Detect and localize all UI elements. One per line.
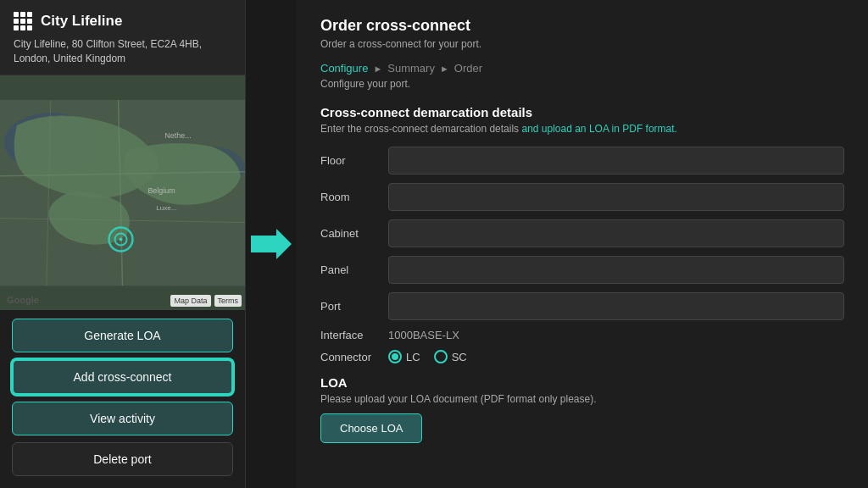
map-footer: Map Data Terms [170,295,242,307]
port-input[interactable] [388,292,844,320]
floor-row: Floor [320,147,844,175]
room-label: Room [320,191,388,203]
interface-row: Interface 1000BASE-LX [320,329,844,341]
section-desc-link[interactable]: and upload an LOA in PDF format. [521,123,676,135]
connector-lc[interactable]: LC [388,350,420,363]
map-svg: Nethe... Belgium Luxe... [0,75,245,310]
add-cross-connect-button[interactable]: Add cross-connect [12,359,233,395]
generate-loa-button[interactable]: Generate LOA [12,319,233,352]
floor-input[interactable] [388,147,844,175]
connector-lc-radio[interactable] [388,350,402,363]
map-data-badge: Map Data [170,295,210,307]
connector-sc-label: SC [452,351,467,363]
delete-port-button[interactable]: Delete port [12,442,233,476]
arrow-icon [251,229,292,259]
cabinet-row: Cabinet [320,219,844,247]
step-description: Configure your port. [320,78,844,90]
room-input[interactable] [388,183,844,211]
map-area: Nethe... Belgium Luxe... Google Map Data… [0,75,245,310]
svg-text:Luxe...: Luxe... [156,203,176,211]
section-title: Cross-connect demarcation details [320,105,844,119]
svg-text:Belgium: Belgium [147,186,175,194]
panel-input[interactable] [388,256,844,284]
breadcrumb-order: Order [454,62,482,75]
connector-label: Connector [320,351,388,363]
connector-lc-label: LC [406,351,420,363]
loa-description: Please upload your LOA document (PDF for… [320,393,844,405]
page-title: Order cross-connect [320,17,844,35]
google-label: Google [7,295,39,305]
room-row: Room [320,183,844,211]
loa-section: LOA Please upload your LOA document (PDF… [320,375,844,443]
grid-icon [14,12,32,30]
port-row: Port [320,292,844,320]
connector-sc[interactable]: SC [434,350,467,363]
connector-sc-radio[interactable] [434,350,448,363]
right-panel: Order cross-connect Order a cross-connec… [297,0,868,488]
choose-loa-button[interactable]: Choose LOA [320,413,422,443]
facility-title: City Lifeline [14,12,231,30]
breadcrumb-chevron-2: ► [440,64,449,74]
breadcrumb-chevron-1: ► [373,64,382,74]
connector-row: Connector LC SC [320,350,844,363]
view-activity-button[interactable]: View activity [12,402,233,435]
breadcrumb-configure[interactable]: Configure [320,62,368,75]
cabinet-label: Cabinet [320,227,388,240]
connector-radio-group: LC SC [388,350,467,363]
panel-row: Panel [320,256,844,284]
page-subtitle: Order a cross-connect for your port. [320,38,844,50]
facility-name: City Lifeline [41,13,122,30]
section-desc-text: Enter the cross-connect demarcation deta… [320,123,519,135]
arrow-container [246,0,297,488]
floor-label: Floor [320,154,388,167]
interface-value: 1000BASE-LX [388,329,459,341]
svg-point-12 [120,237,123,241]
section-description: Enter the cross-connect demarcation deta… [320,123,844,135]
facility-address: City Lifeline, 80 Clifton Street, EC2A 4… [14,37,231,66]
left-panel: City Lifeline City Lifeline, 80 Clifton … [0,0,246,488]
panel-label: Panel [320,263,388,276]
svg-marker-13 [251,229,292,259]
svg-text:Nethe...: Nethe... [164,131,191,140]
cabinet-input[interactable] [388,219,844,247]
loa-title: LOA [320,375,844,390]
breadcrumb-summary: Summary [387,62,435,75]
map-terms-badge: Terms [214,295,242,307]
left-header: City Lifeline City Lifeline, 80 Clifton … [0,0,245,75]
interface-label: Interface [320,329,388,341]
buttons-area: Generate LOA Add cross-connect View acti… [0,310,245,488]
port-label: Port [320,300,388,313]
breadcrumb: Configure ► Summary ► Order [320,62,844,75]
